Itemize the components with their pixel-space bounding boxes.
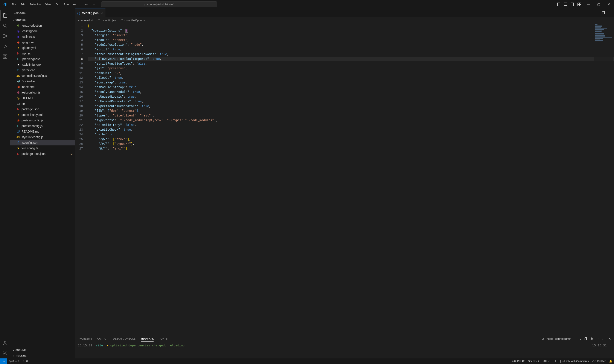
panel-more-icon[interactable]: ⋯ <box>596 337 600 340</box>
code-line[interactable]: "compilerOptions": { <box>88 28 614 33</box>
code-line[interactable]: "module": "esnext", <box>88 38 614 42</box>
status-language-mode[interactable]: { } JSON with Comments <box>558 358 590 364</box>
file-item[interactable]: ▤npm <box>10 101 75 106</box>
file-item[interactable]: JSstylelint.config.js <box>10 134 75 140</box>
code-line[interactable]: "sourceMap": true, <box>88 80 614 85</box>
panel-tab-output[interactable]: OUTPUT <box>97 336 108 341</box>
file-item[interactable]: Npackage-lock.jsonM <box>10 151 75 156</box>
activity-extensions-icon[interactable] <box>0 52 10 62</box>
code-line[interactable]: "allowSyntheticDefaultImports": true, <box>88 57 614 61</box>
status-cursor-position[interactable]: Ln 8, Col 42 <box>509 358 526 364</box>
terminal-dropdown-icon[interactable]: ⌄ <box>579 337 582 340</box>
code-line[interactable]: "jsx": "preserve", <box>88 66 614 71</box>
activity-run-debug-icon[interactable] <box>0 41 10 52</box>
code-line[interactable]: { <box>88 24 614 28</box>
editor-tab-tsconfig[interactable]: { } tsconfig.json ✕ <box>75 9 105 17</box>
file-item[interactable]: Ypnpm-lock.yaml <box>10 112 75 117</box>
toggle-secondary-sidebar-icon[interactable] <box>571 2 574 6</box>
toggle-panel-icon[interactable] <box>564 2 567 6</box>
activity-explorer-icon[interactable] <box>0 10 10 21</box>
file-item[interactable]: {}tsconfig.json <box>10 140 75 145</box>
file-item[interactable]: Pprettier.config.js <box>10 123 75 129</box>
breadcrumb[interactable]: courseadmin › { } tsconfig.json › { } co… <box>75 17 614 23</box>
panel-tab-ports[interactable]: PORTS <box>159 336 167 341</box>
status-eol[interactable]: LF <box>552 358 558 364</box>
code-line[interactable]: "strict": true, <box>88 47 614 52</box>
file-item[interactable]: 🐳Dockerfile <box>10 78 75 84</box>
code-line[interactable]: "paths": { <box>88 132 614 137</box>
file-item[interactable]: ◉.eslintignore <box>10 28 75 34</box>
file-item[interactable]: ◎LICENSE <box>10 95 75 101</box>
outline-header[interactable]: › OUTLINE <box>10 347 75 353</box>
code-content[interactable]: { "compilerOptions": { "target": "esnext… <box>88 23 614 335</box>
activity-accounts-icon[interactable] <box>0 338 10 348</box>
menu-run[interactable]: Run <box>61 1 71 7</box>
code-line[interactable]: "skipLibCheck": true, <box>88 127 614 132</box>
status-notifications[interactable]: 🔔 <box>607 358 614 364</box>
breadcrumb-symbol[interactable]: compilerOptions <box>125 19 145 22</box>
activity-settings-icon[interactable] <box>0 348 10 358</box>
minimize-button[interactable]: — <box>583 0 593 9</box>
toggle-primary-sidebar-icon[interactable] <box>557 2 560 6</box>
file-item[interactable]: JScommitlint.config.js <box>10 73 75 78</box>
code-line[interactable]: "types": ["vite/client", "jest"], <box>88 113 614 118</box>
remote-indicator[interactable]: ⟡ <box>0 358 7 364</box>
code-line[interactable]: "noImplicitAny": false, <box>88 123 614 127</box>
menu-selection[interactable]: Selection <box>27 1 43 7</box>
file-item[interactable]: ◉.eslintrc.js <box>10 34 75 39</box>
code-line[interactable]: "forceConsistentCasingInFileNames": true… <box>88 52 614 57</box>
code-line[interactable]: "typeRoots": ["./node_modules/@types/", … <box>88 118 614 123</box>
file-tree[interactable]: ⚙.env.production◉.eslintignore◉.eslintrc… <box>10 23 75 347</box>
file-item[interactable]: ◉postcss.config.js <box>10 117 75 123</box>
tab-close-icon[interactable]: ✕ <box>100 11 103 15</box>
menu-edit[interactable]: Edit <box>18 1 27 7</box>
code-line[interactable]: "noUnusedParameters": true, <box>88 99 614 104</box>
code-line[interactable]: "allowJs": true, <box>88 76 614 80</box>
file-item[interactable]: ⬢jest.config.mjs <box>10 90 75 95</box>
close-button[interactable]: ✕ <box>604 0 614 9</box>
code-line[interactable]: "baseUrl": ".", <box>88 71 614 76</box>
file-item[interactable]: ▼.stylelintignore <box>10 62 75 67</box>
code-line[interactable]: "moduleResolution": "node", <box>88 42 614 47</box>
kill-terminal-icon[interactable]: 🗑 <box>590 337 593 340</box>
activity-search-icon[interactable] <box>0 21 10 31</box>
panel-tab-terminal[interactable]: TERMINAL <box>141 336 154 342</box>
file-item[interactable]: ▣index.html <box>10 84 75 90</box>
split-editor-icon[interactable] <box>602 11 605 14</box>
customize-layout-icon[interactable] <box>577 2 581 6</box>
code-line[interactable]: "esModuleInterop": true, <box>88 85 614 90</box>
status-prettier[interactable]: ✓✓ Prettier <box>590 358 607 364</box>
file-item[interactable]: ⚙.env.production <box>10 23 75 28</box>
nav-back-icon[interactable]: ← <box>84 2 88 7</box>
command-center[interactable]: ⌕ course [Administrator] <box>101 1 217 7</box>
file-item[interactable]: ◆.gitignore <box>10 39 75 45</box>
file-item[interactable]: ▼vite.config.ts <box>10 145 75 151</box>
explorer-folder-header[interactable]: ⌄ COURSE <box>10 17 75 23</box>
file-item[interactable]: Npackage.json <box>10 106 75 112</box>
code-line[interactable]: "target": "esnext", <box>88 33 614 38</box>
breadcrumb-root[interactable]: courseadmin <box>78 19 94 22</box>
split-terminal-icon[interactable] <box>585 338 587 340</box>
code-line[interactable]: "/#/*": ["types/*"], <box>88 142 614 146</box>
code-line[interactable]: "resolveJsonModule": true, <box>88 90 614 94</box>
nav-forward-icon[interactable]: → <box>92 2 96 7</box>
menu-overflow-icon[interactable]: ⋯ <box>71 1 78 7</box>
sidebar-more-icon[interactable]: ⋯ <box>69 12 71 14</box>
editor-more-icon[interactable]: ⋯ <box>609 11 612 14</box>
terminal-title[interactable]: node - courseadmin <box>546 337 571 340</box>
timeline-header[interactable]: › TIMELINE <box>10 353 75 358</box>
status-ports[interactable]: ᯤ 0 <box>21 358 29 364</box>
code-line[interactable]: "noUnusedLocals": true, <box>88 94 614 99</box>
maximize-button[interactable]: ▢ <box>593 0 604 9</box>
code-line[interactable]: "lib": ["dom", "esnext"], <box>88 108 614 113</box>
panel-tab-debug-console[interactable]: DEBUG CONSOLE <box>113 336 136 341</box>
panel-tab-problems[interactable]: PROBLEMS <box>78 336 92 341</box>
status-encoding[interactable]: UTF-8 <box>541 358 552 364</box>
code-line[interactable]: "strictFunctionTypes": false, <box>88 61 614 66</box>
menu-go[interactable]: Go <box>54 1 61 7</box>
code-line[interactable]: "experimentalDecorators": true, <box>88 104 614 108</box>
maximize-panel-icon[interactable]: ︿ <box>602 337 605 341</box>
minimap[interactable] <box>594 24 613 67</box>
file-item[interactable]: P.prettierignore <box>10 56 75 62</box>
breadcrumb-file[interactable]: tsconfig.json <box>102 19 117 22</box>
